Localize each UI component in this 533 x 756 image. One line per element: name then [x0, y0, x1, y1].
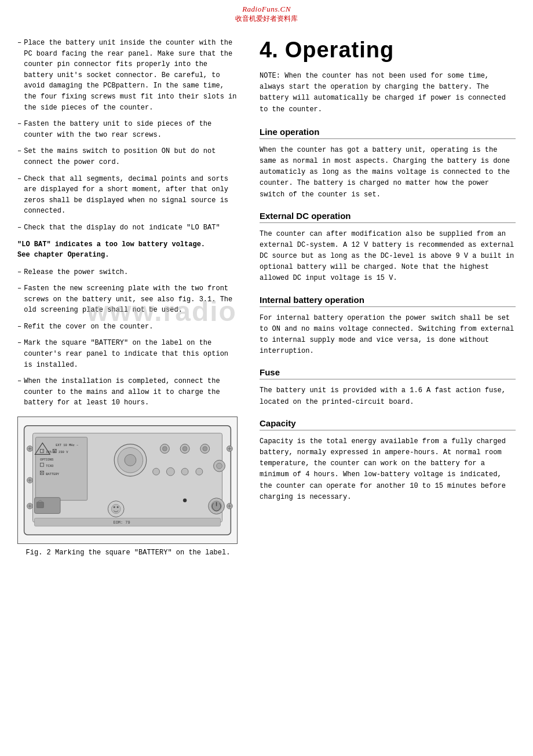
svg-text:BATTERY: BATTERY — [46, 472, 60, 476]
svg-point-32 — [162, 447, 167, 451]
bullet-text: Fasten the new screening plate with the … — [24, 283, 239, 316]
bullet-dash: – — [17, 146, 21, 167]
svg-text:EXT 10 MHz –: EXT 10 MHz – — [56, 443, 78, 447]
svg-point-42 — [217, 463, 222, 469]
list-item: – Fasten the new screening plate with th… — [17, 283, 239, 316]
svg-point-36 — [203, 447, 207, 451]
bullet-dash: – — [17, 376, 21, 408]
list-item: – Place the battery unit inside the coun… — [17, 38, 239, 113]
bullet-dash: – — [17, 283, 21, 316]
main-container: – Place the battery unit inside the coun… — [0, 26, 533, 564]
list-item: – Release the power switch. — [17, 267, 239, 278]
section-external-dc: External DC operation The counter can af… — [260, 211, 516, 284]
section-title: Fuse — [260, 367, 516, 379]
bullet-dash: – — [17, 222, 21, 233]
svg-point-48 — [117, 506, 119, 508]
svg-point-38 — [166, 468, 174, 476]
right-column: 4. Operating NOTE: When the counter has … — [249, 32, 533, 564]
svg-point-34 — [182, 447, 187, 451]
svg-point-53 — [183, 499, 187, 502]
page-header: RadioFuns.CN 收音机爱好者资料库 — [0, 0, 533, 26]
bullet-text: Mark the square "BATTERY" on the label o… — [24, 338, 239, 370]
bullet-text: Refit the cover on the counter. — [24, 322, 239, 333]
bullet-text: When the installation is completed, conn… — [24, 376, 239, 408]
list-item: – When the installation is completed, co… — [17, 376, 239, 408]
section-body: When the counter has got a battery unit,… — [260, 145, 516, 200]
section-internal-battery: Internal battery operation For internal … — [260, 295, 516, 357]
section-title: Capacity — [260, 418, 516, 430]
svg-point-37 — [153, 468, 160, 475]
bullet-text: Check that all segments, decimal points … — [24, 174, 239, 217]
section-title: External DC operation — [260, 211, 516, 223]
svg-point-39 — [181, 468, 188, 475]
bullet-dash: – — [17, 119, 21, 140]
bullet-text: Fasten the battery unit to side pieces o… — [24, 119, 239, 140]
section-title: Line operation — [260, 127, 516, 139]
chapter-number: 4. — [260, 38, 278, 63]
section-body: The battery unit is provided with a 1.6 … — [260, 385, 516, 407]
svg-text:OPTIONS: OPTIONS — [40, 458, 53, 462]
left-column: – Place the battery unit inside the coun… — [0, 32, 249, 564]
bullet-text: Set the mains switch to position ON but … — [24, 146, 239, 167]
bullet-text: Check that the display do not indicate "… — [24, 222, 239, 233]
section-title: Internal battery operation — [260, 295, 516, 307]
list-item: – Refit the cover on the counter. — [17, 322, 239, 333]
svg-text:230 V: 230 V — [59, 450, 68, 454]
svg-point-40 — [196, 468, 203, 475]
section-body: For internal battery operation the power… — [260, 313, 516, 357]
list-item: – Set the mains switch to position ON bu… — [17, 146, 239, 167]
bullet-dash: – — [17, 267, 21, 278]
section-body: Capacity is the total energy available f… — [260, 436, 516, 503]
header-title-zh: 收音机爱好者资料库 — [0, 14, 533, 24]
section-line-operation: Line operation When the counter has got … — [260, 127, 516, 200]
list-item: – Check that the display do not indicate… — [17, 222, 239, 233]
svg-text:EOM: 79: EOM: 79 — [114, 520, 130, 525]
bullet-text: Release the power switch. — [24, 267, 239, 278]
section-fuse: Fuse The battery unit is provided with a… — [260, 367, 516, 407]
svg-rect-44 — [36, 502, 43, 508]
bullet-dash: – — [17, 174, 21, 217]
warning-text: "LO BAT" indicates a too low battery vol… — [17, 239, 239, 260]
list-item: – Check that all segments, decimal point… — [17, 174, 239, 217]
bullet-dash: – — [17, 338, 21, 370]
bullet-text: Place the battery unit inside the counte… — [24, 38, 239, 113]
header-title-en: RadioFuns.CN — [0, 5, 533, 14]
figure-caption: Fig. 2 Marking the square "BATTERY" on t… — [17, 547, 239, 558]
svg-point-30 — [125, 454, 136, 466]
chapter-title: Operating — [285, 38, 394, 63]
bullet-dash: – — [17, 322, 21, 333]
svg-text:TCXO: TCXO — [46, 464, 53, 468]
note-text: NOTE: When the counter has not been used… — [260, 71, 516, 115]
bullet-dash: – — [17, 38, 21, 113]
list-item: – Fasten the battery unit to side pieces… — [17, 119, 239, 140]
svg-point-47 — [114, 506, 115, 508]
svg-point-46 — [111, 505, 121, 514]
section-capacity: Capacity Capacity is the total energy av… — [260, 418, 516, 503]
list-item: – Mark the square "BATTERY" on the label… — [17, 338, 239, 370]
svg-text:!: ! — [42, 450, 44, 454]
section-body: The counter can after modification also … — [260, 229, 516, 284]
figure-image: ! EXT 10 MHz – 115 V 230 V OPTIONS TCXO … — [17, 417, 238, 544]
